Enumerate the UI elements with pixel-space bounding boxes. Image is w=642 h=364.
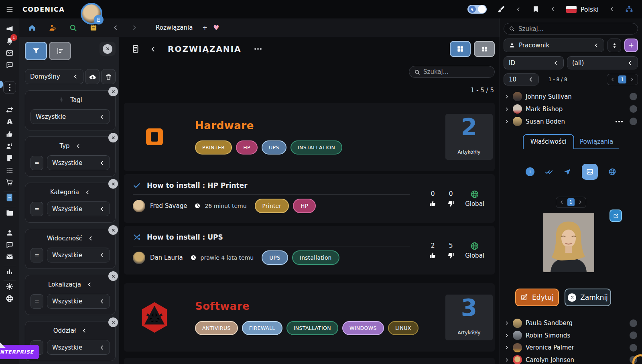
prev-photo-icon[interactable]: [559, 200, 564, 205]
likes-counter[interactable]: 0: [429, 190, 437, 207]
dark-mode-toggle[interactable]: [467, 5, 487, 14]
expand-chevron-icon[interactable]: [504, 333, 509, 338]
mail-icon[interactable]: [6, 253, 14, 261]
notifications-bell-icon[interactable]: 1: [6, 37, 14, 45]
more-tools-kebab-button[interactable]: [3, 81, 16, 94]
filter-preset-select[interactable]: Domyślny: [25, 69, 83, 84]
solutions-book-icon-active[interactable]: [5, 193, 14, 202]
rocket-icon[interactable]: [6, 118, 14, 126]
sitemap-icon[interactable]: [625, 5, 633, 13]
dislikes-counter[interactable]: 5: [447, 242, 455, 259]
likes-counter[interactable]: 2: [429, 242, 437, 259]
tag-chip[interactable]: UPS: [262, 140, 286, 155]
folder-icon[interactable]: [6, 209, 14, 217]
operator-equals[interactable]: =: [30, 294, 43, 309]
globe-icon[interactable]: [6, 295, 14, 303]
dislikes-counter[interactable]: 0: [447, 190, 455, 207]
photo-tab-icon-active[interactable]: [582, 164, 598, 180]
cart-icon[interactable]: [6, 178, 14, 186]
chevron-icon[interactable]: [75, 143, 81, 149]
tab-properties[interactable]: Właściwości: [523, 134, 574, 149]
hamburger-menu-icon[interactable]: [6, 5, 14, 13]
open-photo-external-icon[interactable]: [609, 209, 622, 222]
article-row[interactable]: How to install : Antivirus: [124, 358, 495, 364]
employee-name[interactable]: Susan Boden: [526, 118, 565, 125]
compact-view-button[interactable]: [474, 41, 495, 57]
employee-name[interactable]: Mark Bishop: [526, 106, 563, 113]
select-dot[interactable]: [630, 331, 637, 339]
filter-value-select[interactable]: Wszystkie: [47, 248, 110, 262]
prev-page-icon[interactable]: [610, 77, 615, 82]
announcement-icon[interactable]: [6, 25, 14, 33]
expand-chevron-icon[interactable]: [504, 107, 509, 112]
current-photo-page[interactable]: 1: [567, 198, 575, 206]
chevron-icon[interactable]: [87, 282, 92, 287]
select-dot[interactable]: [630, 319, 637, 327]
employee-name[interactable]: Johnny Sullivan: [526, 93, 572, 100]
employee-row[interactable]: Carolyn Johnson: [504, 354, 638, 364]
articles-search-input[interactable]: [423, 68, 490, 75]
page-menu-ellipsis-icon[interactable]: [254, 48, 262, 50]
operator-equals[interactable]: =: [30, 202, 43, 216]
breadcrumb-back-icon[interactable]: [112, 24, 119, 31]
filter-value-select[interactable]: Wszystkie: [30, 109, 110, 124]
breadcrumb-add-button[interactable]: +: [202, 24, 207, 31]
tab-relations[interactable]: Powiązania: [574, 134, 619, 149]
field-filter-select[interactable]: (all): [567, 56, 638, 69]
thumb-up-icon[interactable]: [6, 130, 14, 138]
operator-equals[interactable]: =: [30, 248, 43, 262]
row-menu-ellipsis-icon[interactable]: [616, 121, 623, 122]
next-page-icon[interactable]: [630, 77, 634, 82]
employees-search[interactable]: [504, 23, 638, 35]
filter-value-select[interactable]: Wszystkie: [47, 201, 110, 216]
remove-filter-icon[interactable]: [108, 87, 118, 96]
select-dot[interactable]: [630, 118, 637, 125]
tag-chip[interactable]: UPS: [262, 250, 288, 265]
remove-filter-icon[interactable]: [108, 271, 118, 281]
theme-brush-icon[interactable]: [497, 5, 505, 13]
next-photo-icon[interactable]: [578, 200, 583, 205]
employee-row[interactable]: Robin Simonds: [504, 329, 638, 342]
employee-row-selected[interactable]: Susan Boden: [504, 115, 638, 128]
language-selector[interactable]: Polski: [566, 6, 599, 13]
bar-chart-icon[interactable]: [6, 268, 14, 276]
tag-chip[interactable]: HP: [236, 140, 258, 155]
chat-icon[interactable]: [6, 241, 14, 249]
user-avatar[interactable]: [81, 3, 102, 24]
field-select[interactable]: ID: [504, 56, 564, 69]
edit-button[interactable]: Edytuj: [515, 289, 559, 306]
category-card-hardware[interactable]: Hardware PRINTER HP UPS INSTALLATION 2 A…: [124, 103, 495, 171]
collapse-chevron-icon[interactable]: [550, 6, 556, 12]
double-check-icon[interactable]: [545, 168, 553, 176]
collapse-chevron-icon[interactable]: [609, 6, 615, 12]
sort-levels-button[interactable]: [49, 42, 71, 60]
employee-name[interactable]: Carolyn Johnson: [526, 356, 574, 364]
chat-icon[interactable]: [6, 61, 14, 69]
tag-chip[interactable]: INSTALLATION: [291, 140, 342, 155]
note-icon[interactable]: [6, 154, 14, 162]
employee-row[interactable]: Johnny Sullivan: [504, 90, 638, 103]
globe-icon[interactable]: [608, 168, 616, 176]
transfer-icon[interactable]: [6, 106, 14, 114]
expand-chevron-icon[interactable]: [504, 358, 509, 362]
chevron-icon[interactable]: [85, 189, 90, 195]
tag-chip[interactable]: Installation: [292, 250, 339, 265]
category-card-software[interactable]: Software ANTIVIRUS FIREWALL INSTALLATION…: [124, 283, 495, 352]
article-row[interactable]: How to install : HP Printer Fred Savage …: [124, 174, 495, 223]
close-filter-panel-button[interactable]: [100, 42, 116, 56]
calendar-icon[interactable]: [89, 24, 98, 32]
save-preset-cloud-button[interactable]: [85, 69, 100, 84]
tag-chip[interactable]: WINDOWS: [342, 321, 384, 335]
close-button[interactable]: Zamknij: [565, 289, 611, 306]
tag-chip[interactable]: FIREWALL: [242, 321, 282, 335]
employee-name[interactable]: Robin Simonds: [526, 332, 570, 339]
operator-equals[interactable]: =: [30, 156, 43, 170]
panel-drag-notch[interactable]: [0, 81, 3, 88]
remove-filter-icon[interactable]: [108, 179, 118, 189]
article-title[interactable]: How to install : HP Printer: [147, 181, 248, 189]
filter-value-select[interactable]: Wszystkie: [47, 294, 110, 309]
checklist-icon[interactable]: [6, 166, 14, 174]
article-title[interactable]: How to install : UPS: [147, 233, 223, 241]
employee-row[interactable]: Paula Sandberg: [504, 317, 638, 329]
info-icon[interactable]: [526, 167, 534, 176]
